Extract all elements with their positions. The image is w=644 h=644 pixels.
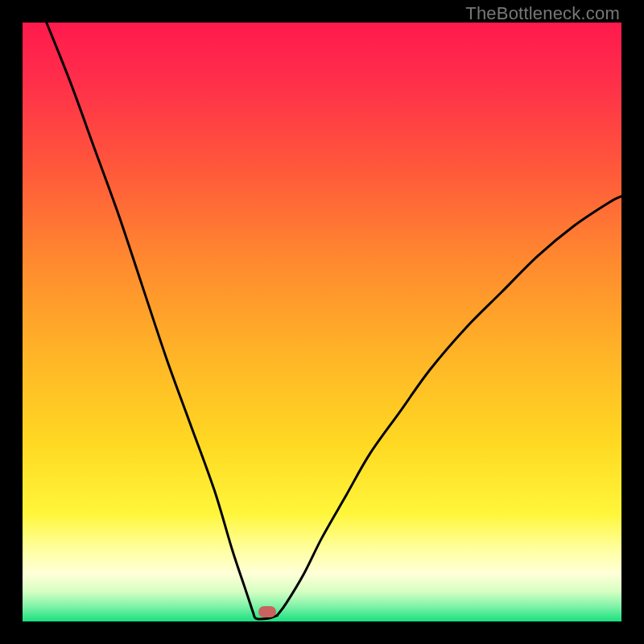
curve-left-branch <box>47 23 277 619</box>
plot-area <box>23 23 621 621</box>
optimal-point-marker <box>258 606 276 617</box>
outer-frame: TheBottleneck.com <box>0 0 644 644</box>
bottleneck-curve <box>23 23 621 621</box>
watermark-text: TheBottleneck.com <box>465 3 620 24</box>
curve-right-branch <box>277 196 621 616</box>
